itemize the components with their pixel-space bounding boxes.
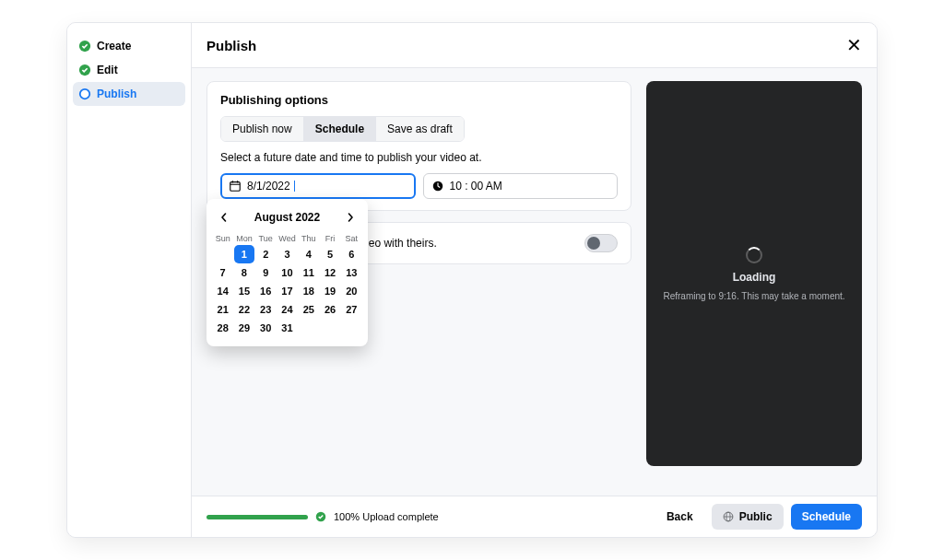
tab-publish-now[interactable]: Publish now [221, 117, 304, 141]
checkmark-icon [315, 511, 326, 522]
current-step-icon [78, 88, 91, 100]
calendar-dow: Sat [341, 232, 362, 245]
checkmark-icon [78, 64, 91, 76]
calendar-day[interactable]: 6 [341, 245, 361, 263]
calendar-day[interactable]: 14 [213, 282, 233, 300]
calendar-dow: Thu [298, 232, 319, 245]
upload-progress-bar [206, 515, 308, 519]
publish-mode-tabs: Publish now Schedule Save as draft [220, 116, 465, 142]
calendar-dow: Sun [212, 232, 233, 245]
content-row: Publishing options Publish now Schedule … [192, 68, 877, 496]
tab-save-draft[interactable]: Save as draft [376, 117, 464, 141]
step-label: Create [97, 40, 131, 52]
calendar-day[interactable]: 27 [341, 300, 361, 319]
options-column: Publishing options Publish now Schedule … [206, 81, 631, 496]
calendar-day[interactable]: 22 [234, 300, 254, 319]
chevron-right-icon[interactable] [342, 208, 359, 227]
step-publish[interactable]: Publish [73, 82, 185, 106]
calendar-day[interactable]: 28 [213, 319, 233, 337]
calendar-day[interactable]: 8 [234, 263, 254, 282]
loading-subtitle: Reframing to 9:16. This may take a momen… [663, 291, 844, 301]
calendar-day[interactable]: 3 [277, 245, 297, 263]
calendar-day[interactable]: 25 [299, 300, 319, 319]
calendar-day[interactable]: 21 [213, 300, 233, 319]
datetime-row: 8/1/2022 10 : 00 AM [220, 173, 618, 199]
step-edit[interactable]: Edit [67, 58, 191, 82]
checkmark-icon [78, 40, 91, 52]
stepper-sidebar: Create Edit Publish [67, 23, 192, 537]
calendar-day[interactable]: 24 [277, 300, 297, 319]
close-icon[interactable]: ✕ [846, 34, 862, 56]
date-input[interactable]: 8/1/2022 [220, 173, 416, 199]
remix-toggle[interactable] [584, 234, 618, 252]
tab-schedule[interactable]: Schedule [304, 117, 376, 141]
calendar-day[interactable]: 10 [277, 263, 297, 282]
calendar-dow: Fri [319, 232, 340, 245]
calendar-day[interactable]: 2 [255, 245, 276, 263]
calendar-day[interactable]: 18 [299, 282, 319, 300]
dialog-footer: 100% Upload complete Back Public Schedul… [192, 496, 877, 537]
schedule-hint: Select a future date and time to publish… [220, 151, 618, 164]
calendar-dow: Mon [233, 232, 254, 245]
step-label: Edit [97, 64, 118, 76]
time-input[interactable]: 10 : 00 AM [423, 173, 619, 199]
loading-label: Loading [733, 271, 776, 284]
calendar-day[interactable]: 1 [234, 245, 254, 263]
calendar-day[interactable]: 12 [320, 263, 340, 282]
text-cursor [294, 181, 295, 192]
calendar-day[interactable]: 19 [320, 282, 340, 300]
calendar-dow: Wed [277, 232, 298, 245]
loading-spinner-icon [746, 247, 762, 263]
date-value: 8/1/2022 [247, 180, 290, 192]
toggle-knob [587, 237, 600, 250]
calendar-day[interactable]: 30 [255, 319, 276, 337]
calendar-day[interactable]: 5 [320, 245, 340, 263]
calendar-grid: SunMonTueWedThuFriSat1234567891011121314… [212, 232, 362, 337]
calendar-day[interactable]: 9 [255, 263, 276, 282]
back-button[interactable]: Back [655, 504, 704, 530]
calendar-day[interactable]: 13 [341, 263, 361, 282]
time-value: 10 : 00 AM [450, 180, 502, 192]
upload-text: 100% Upload complete [334, 511, 439, 522]
step-label: Publish [97, 88, 136, 100]
calendar-day[interactable]: 11 [299, 263, 319, 282]
calendar-month-title: August 2022 [254, 211, 320, 224]
svg-point-2 [80, 89, 90, 99]
audience-label: Public [739, 510, 773, 523]
date-picker-popover: August 2022 SunMonTueWedThuFriSat1234567… [206, 199, 368, 346]
calendar-icon [229, 180, 242, 192]
calendar-dow: Tue [255, 232, 277, 245]
page-title: Publish [206, 38, 256, 53]
video-preview-panel: Loading Reframing to 9:16. This may take… [646, 81, 862, 466]
upload-status: 100% Upload complete [206, 511, 439, 522]
chevron-left-icon[interactable] [216, 208, 232, 227]
calendar-day[interactable]: 31 [277, 319, 297, 337]
calendar-day[interactable]: 7 [213, 263, 233, 282]
publishing-options-card: Publishing options Publish now Schedule … [206, 81, 631, 211]
schedule-button[interactable]: Schedule [791, 504, 862, 530]
card-heading: Publishing options [220, 93, 618, 107]
svg-rect-3 [230, 182, 241, 192]
dialog-header: Publish ✕ [192, 23, 877, 68]
calendar-day[interactable]: 26 [320, 300, 340, 319]
clock-icon [431, 180, 444, 192]
calendar-day[interactable]: 29 [234, 319, 254, 337]
publish-dialog: Create Edit Publish Publish ✕ Publishing… [66, 22, 878, 538]
calendar-day[interactable]: 23 [255, 300, 276, 319]
calendar-day[interactable]: 16 [255, 282, 276, 300]
calendar-day[interactable]: 15 [234, 282, 254, 300]
audience-button[interactable]: Public [712, 504, 784, 530]
footer-actions: Back Public Schedule [655, 504, 862, 530]
calendar-day[interactable]: 4 [299, 245, 319, 263]
main-panel: Publish ✕ Publishing options Publish now… [192, 23, 877, 537]
calendar-day[interactable]: 20 [341, 282, 361, 300]
calendar-day[interactable]: 17 [277, 282, 297, 300]
globe-icon [723, 511, 734, 522]
step-create[interactable]: Create [67, 34, 191, 58]
